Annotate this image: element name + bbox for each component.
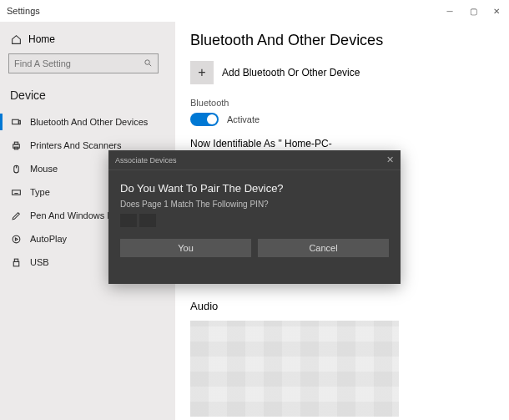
pin-display [120, 214, 389, 227]
bluetooth-toggle[interactable] [190, 113, 219, 126]
sidebar-item-label: Mouse [30, 164, 58, 174]
add-label: Add Bluetooth Or Other Device [222, 67, 360, 78]
audio-placeholder [190, 321, 399, 417]
svg-rect-1 [12, 119, 18, 124]
bluetooth-toggle-row: Activate [190, 113, 494, 126]
sidebar-item-bluetooth[interactable]: Bluetooth And Other Devices [5, 110, 170, 134]
home-icon [10, 33, 22, 45]
yes-button[interactable]: You [120, 239, 251, 257]
svg-point-8 [13, 235, 20, 243]
svg-point-0 [145, 59, 150, 64]
maximize-icon[interactable]: ▢ [467, 5, 479, 17]
autoplay-icon [10, 233, 22, 245]
pin-digit [120, 214, 137, 227]
usb-icon [10, 256, 22, 268]
page-title: Bluetooth And Other Devices [190, 32, 494, 49]
plus-icon: + [198, 65, 205, 80]
dialog-body: Do You Want To Pair The Device? Does Pag… [108, 170, 401, 264]
keyboard-icon [10, 186, 22, 198]
printer-icon [10, 139, 22, 151]
sidebar-item-label: Pen And Windows Ink [30, 210, 119, 220]
status-text: Now Identifiable As " Home-PC- [190, 138, 494, 149]
dialog-header: Associate Devices ✕ [108, 150, 401, 170]
add-device-row[interactable]: + Add Bluetooth Or Other Device [190, 61, 494, 84]
mouse-icon [10, 163, 22, 175]
cancel-button[interactable]: Cancel [258, 239, 389, 257]
sidebar-item-label: Type [30, 187, 50, 197]
minimize-icon[interactable]: ─ [444, 5, 456, 17]
devices-icon [10, 116, 22, 128]
close-icon[interactable]: ✕ [491, 5, 502, 17]
svg-rect-10 [13, 261, 19, 266]
svg-rect-4 [14, 142, 18, 144]
sidebar-item-label: Printers And Scanners [30, 140, 121, 150]
pin-digit [139, 214, 156, 227]
sidebar-item-label: Bluetooth And Other Devices [30, 117, 148, 127]
svg-rect-7 [12, 190, 20, 194]
toggle-label: Activate [227, 114, 260, 124]
search-icon [144, 58, 153, 69]
dialog-header-title: Associate Devices [115, 156, 177, 164]
pen-icon [10, 210, 22, 221]
window-title: Settings [7, 6, 40, 16]
search-field[interactable] [14, 58, 144, 68]
dialog-close-icon[interactable]: ✕ [386, 154, 394, 165]
dialog-title: Do You Want To Pair The Device? [120, 182, 389, 195]
home-link[interactable]: Home [5, 28, 170, 53]
add-button[interactable]: + [190, 61, 214, 84]
titlebar: Settings ─ ▢ ✕ [0, 0, 509, 22]
search-input[interactable] [8, 53, 159, 73]
bluetooth-subhead: Bluetooth [190, 98, 494, 108]
section-title: Device [5, 83, 170, 110]
svg-rect-2 [18, 120, 20, 124]
dialog-actions: You Cancel [120, 239, 389, 257]
window-controls: ─ ▢ ✕ [444, 5, 502, 17]
sidebar-item-label: USB [30, 257, 49, 267]
dialog-footer [108, 264, 401, 284]
sidebar-item-label: AutoPlay [30, 234, 67, 244]
pair-dialog: Associate Devices ✕ Do You Want To Pair … [108, 150, 401, 284]
dialog-subtitle: Does Page 1 Match The Following PIN? [120, 200, 389, 209]
audio-heading: Audio [190, 300, 494, 312]
home-label: Home [28, 33, 55, 45]
